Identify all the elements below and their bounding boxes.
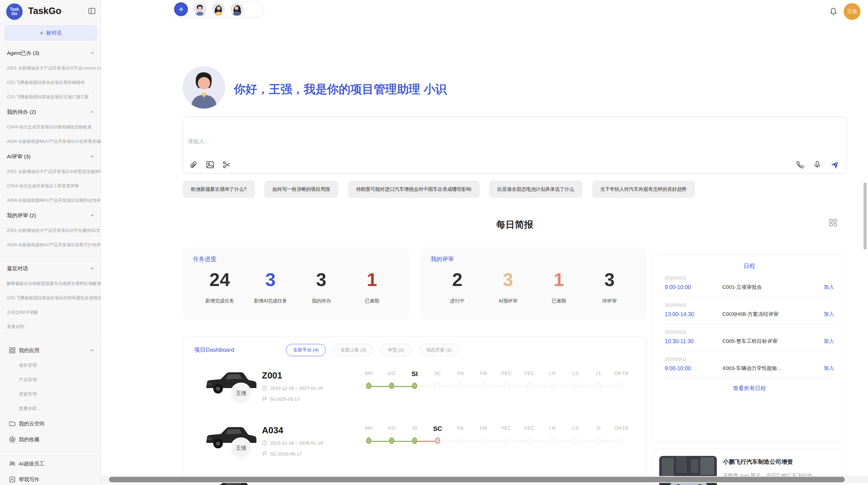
schedule-event-title: C003|H0B-方案冻结评审 (722, 311, 824, 318)
chevron-up-icon[interactable] (89, 154, 95, 159)
project-node: SC-2025-05-17 (262, 451, 302, 457)
list-item[interactable]: C0X4-动力总成开发项目SI里程碑提交物检查 (0, 120, 101, 134)
project-code: Z001 (262, 370, 282, 381)
milestone-label: OKTB (614, 370, 628, 376)
sidebar-item-ai-super-staff[interactable]: AI超级员工 (0, 456, 101, 472)
filter-chip[interactable]: 全新平台 (4) (286, 344, 326, 356)
stat-label: 待评审 (592, 298, 627, 304)
suggestion-chip[interactable]: 如何写一份清晰的项目周报 (264, 181, 338, 198)
join-link[interactable]: 加入 (824, 284, 834, 290)
schedule-item: 2025/03/11 9:00-10:00 C001-立项审批会 加入 (665, 270, 834, 297)
list-item[interactable]: Z001-全新燃油轻卡产品开发项目SI节点属性5D文件评审 (0, 223, 101, 238)
chevron-up-icon[interactable] (89, 109, 95, 115)
list-item[interactable]: C02-飞腾新能源轻客改款项目立项汇报方案 (0, 90, 101, 104)
suggestion-chip[interactable]: 当下年轻人对汽车外观有怎样的喜好趋势 (592, 181, 695, 198)
avatar[interactable] (193, 3, 206, 16)
list-item[interactable]: C02-飞腾新能源轻客改款项目里程碑画布 (0, 75, 101, 90)
list-item[interactable]: A034-全新新能源MUV产品开发项目计划变更表编写 (0, 134, 101, 149)
card-title: 任务进度 (193, 255, 399, 263)
list-item[interactable]: C0X4-动力总成开发项目工程变更评审 (0, 179, 101, 193)
sidebar-item-my-apps[interactable]: 我的应用 (0, 343, 101, 358)
schedule-time: 10:30-11:30 (665, 338, 722, 345)
chevron-up-icon[interactable] (89, 266, 95, 271)
sidebar-item-change-mgmt[interactable]: 变更管理 (0, 387, 101, 401)
section-ai-review[interactable]: AI评审 (3) (0, 149, 101, 164)
filter-chip[interactable]: 年型 (2) (381, 344, 411, 356)
sidebar-item-project-mgmt[interactable]: 项目管理 (0, 358, 101, 373)
user-avatar[interactable]: 王强 (844, 3, 860, 20)
sidebar-collapse-icon[interactable] (88, 7, 96, 15)
avatar[interactable] (230, 3, 243, 16)
project-dates: 2023-12-19 ~ 2026-01-19 (262, 440, 323, 446)
horizontal-scrollbar-thumb[interactable] (109, 477, 845, 482)
stat: 1 已逾期 (355, 269, 389, 304)
write-icon (9, 476, 16, 483)
chat-input[interactable] (188, 138, 599, 152)
phone-icon[interactable] (796, 160, 805, 169)
milestone-dot (458, 437, 463, 444)
list-item[interactable]: Z001-全新燃油轻卡产品开发项目SI造型提交物评审 (0, 164, 101, 179)
app-logo: Task Go (6, 3, 23, 20)
milestone-label: PA (457, 370, 464, 376)
schedule-card: 日程 2025/03/11 9:00-10:00 C001-立项审批会 加入 2… (652, 254, 847, 443)
sidebar-item-cloud-space[interactable]: 我的云空间 (0, 416, 101, 432)
daily-briefing-title: 每日简报 (183, 219, 847, 231)
schedule-item: 2025/03/11 9:00-10:00 X003-车辆动力学性能验... 加… (665, 351, 834, 378)
chevron-up-icon[interactable] (89, 50, 95, 56)
attachment-icon[interactable] (189, 160, 198, 169)
image-icon[interactable] (206, 160, 215, 169)
microphone-icon[interactable] (813, 160, 822, 169)
milestone-label: PR (480, 425, 487, 431)
list-item[interactable]: Z001-全新燃油皮卡产品开发项目SI节点Lesson Learn报告 (0, 61, 101, 75)
view-all-apps[interactable]: 查看全部... (0, 401, 101, 416)
schedule-item: 2025/03/11 13:00-14:30 C003|H0B-方案冻结评审 加… (665, 297, 834, 324)
join-link[interactable]: 加入 (824, 338, 834, 345)
join-link[interactable]: 加入 (824, 311, 834, 318)
section-my-todo[interactable]: 我的待办 (2) (0, 104, 101, 120)
sidebar-item-help-me-write[interactable]: 帮我写作 (0, 472, 101, 485)
send-icon[interactable] (830, 160, 839, 169)
view-all-schedule[interactable]: 查看所有日程 (665, 385, 834, 392)
divider (0, 338, 101, 338)
milestone-label: LR (549, 370, 556, 376)
suggestion-chip[interactable]: 特朗普可能对进口汽车增税会对中国车企造成哪些影响 (348, 181, 480, 198)
filter-chip[interactable]: 全新上装 (3) (333, 344, 373, 356)
stat: 1 已逾期 (542, 269, 576, 304)
list-item[interactable]: A034-全新新能源MUV产品开发项目造型可行性评审 (0, 238, 101, 252)
section-recent-chats[interactable]: 最近对话 (0, 261, 101, 276)
milestone-label: KO (388, 425, 396, 431)
app-title: TaskGo (28, 6, 61, 16)
suggestion-chip[interactable]: 比亚迪全固态电池计划具体说了什么 (489, 181, 582, 198)
join-link[interactable]: 加入 (824, 365, 834, 372)
new-chat-button[interactable]: + 新对话 (5, 26, 97, 40)
add-session-button[interactable]: + (174, 2, 188, 16)
scissors-icon[interactable] (222, 160, 231, 169)
layout-grid-icon[interactable] (828, 218, 838, 227)
avatar[interactable] (212, 3, 225, 16)
notification-bell-icon[interactable] (829, 7, 838, 16)
chevron-up-icon[interactable] (89, 348, 95, 353)
list-item[interactable]: 解释最新出台的欧盟报废车法规再生塑料比例被调至15%... (0, 276, 101, 291)
list-item[interactable]: 公司Q3轻卡销量 (0, 305, 101, 320)
clock-icon (262, 385, 267, 391)
chevron-up-icon[interactable] (89, 213, 95, 218)
section-my-review[interactable]: 我的评审 (2) (0, 208, 101, 223)
schedule-event-title: X003-车辆动力学性能验... (722, 365, 824, 372)
list-item[interactable]: C02-飞腾新能源轻客改款项目的闭环通告反馈情况 (0, 291, 101, 305)
assistant-avatar (183, 66, 225, 109)
plus-icon: + (40, 30, 44, 36)
project-row[interactable]: 王强 A034 2023-12-19 ~ 2026-01-19 SC-2025-… (183, 422, 646, 475)
sidebar-item-favorites[interactable]: 我的收藏 (0, 432, 101, 447)
list-item[interactable]: A034-全新新能源MUV产品开发项目法规符合性评审 (0, 193, 101, 208)
vertical-scrollbar-thumb[interactable] (864, 183, 867, 249)
milestone-dot (504, 437, 509, 444)
project-row[interactable]: 王强 Z001 2023-12-19 ~ 2027-01-19 SI-2025-… (183, 367, 646, 420)
view-all-recent[interactable]: 查看全部... (0, 320, 101, 334)
suggestion-chip[interactable]: 欧洲新规最近颁布了什么? (183, 181, 255, 198)
milestone-label: SC (434, 370, 441, 376)
user-name: 王强 (847, 9, 857, 15)
filter-chip[interactable]: 动总开发 (1) (419, 344, 459, 356)
sidebar-item-product-mgmt[interactable]: 产品管理 (0, 373, 101, 387)
section-agent-done[interactable]: Agent已办 (3) (0, 45, 101, 61)
schedule-time: 9:00-10:00 (665, 284, 722, 290)
